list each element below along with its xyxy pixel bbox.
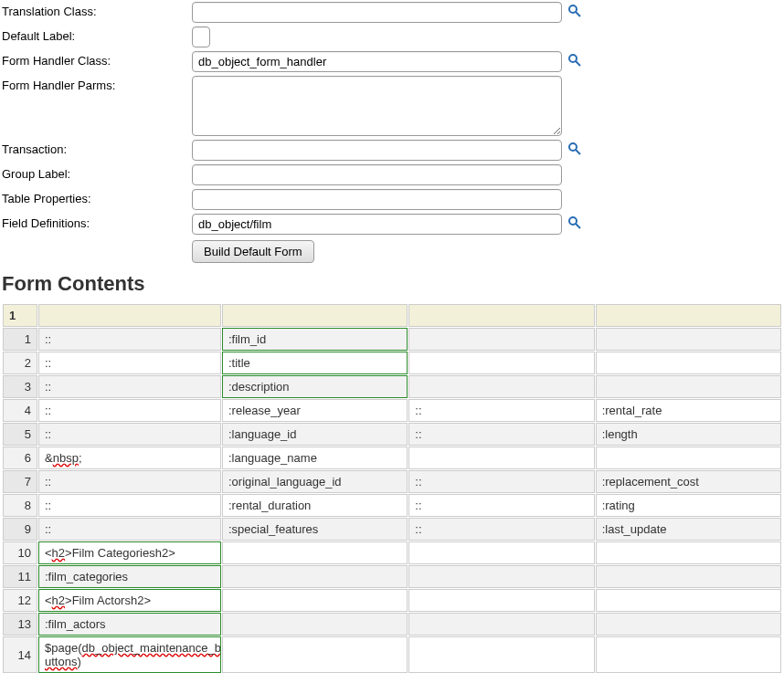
grid-cell[interactable]: :: (38, 518, 221, 541)
svg-point-0 (569, 5, 577, 13)
grid-cell[interactable]: :release_year (222, 399, 408, 422)
svg-point-4 (569, 143, 577, 151)
row-number[interactable]: 14 (3, 636, 37, 673)
grid-header-cell[interactable]: 1 (3, 304, 37, 327)
grid-cell[interactable]: :: (38, 470, 221, 493)
grid-header-cell[interactable] (222, 304, 408, 327)
grid-cell[interactable] (408, 636, 594, 673)
grid-cell[interactable]: &nbsp; (38, 447, 221, 469)
grid-cell[interactable] (408, 328, 594, 351)
grid-cell[interactable]: :last_update (596, 518, 781, 541)
form-contents-grid: 1 1:::film_id2:::title3:::description4::… (2, 303, 782, 674)
grid-cell[interactable] (596, 447, 781, 469)
row-number[interactable]: 11 (3, 565, 37, 588)
grid-cell[interactable] (596, 613, 781, 636)
grid-cell[interactable]: :replacement_cost (596, 470, 781, 493)
input-form-handler-class[interactable] (192, 51, 562, 72)
grid-cell[interactable] (596, 541, 781, 564)
grid-cell[interactable]: :: (408, 423, 594, 446)
grid-cell[interactable]: <h2>Film Categoriesh2> (38, 541, 221, 564)
grid-cell[interactable]: :special_features (222, 518, 408, 541)
grid-header-cell[interactable] (38, 304, 221, 327)
grid-cell[interactable] (596, 589, 781, 612)
table-row: 6&nbsp;:language_name (3, 447, 781, 469)
grid-cell[interactable] (222, 541, 408, 564)
input-transaction[interactable] (192, 140, 562, 161)
input-translation-class[interactable] (192, 2, 562, 23)
grid-cell[interactable] (408, 352, 594, 374)
grid-cell[interactable]: :: (38, 375, 221, 398)
row-default-label: Default Label: (2, 26, 782, 47)
table-row: 3:::description (3, 375, 781, 398)
row-number[interactable]: 6 (3, 447, 37, 469)
grid-cell[interactable]: $page(db_object_maintenance_buttons) (38, 636, 221, 673)
grid-cell[interactable] (408, 375, 594, 398)
lookup-icon[interactable] (567, 142, 582, 156)
row-number[interactable]: 5 (3, 423, 37, 446)
grid-cell[interactable]: :: (38, 494, 221, 517)
grid-cell[interactable]: :: (38, 399, 221, 422)
grid-cell[interactable] (596, 636, 781, 673)
row-number[interactable]: 12 (3, 589, 37, 612)
grid-cell[interactable] (408, 447, 594, 469)
grid-cell[interactable] (408, 613, 594, 636)
grid-cell[interactable] (408, 565, 594, 588)
table-row: 4:::release_year:::rental_rate (3, 399, 781, 422)
grid-cell[interactable]: :title (222, 352, 408, 374)
grid-cell[interactable] (408, 541, 594, 564)
grid-cell[interactable]: :: (408, 494, 594, 517)
row-number[interactable]: 7 (3, 470, 37, 493)
grid-cell[interactable]: :: (38, 328, 221, 351)
grid-cell[interactable]: :: (408, 399, 594, 422)
grid-cell[interactable]: :rental_duration (222, 494, 408, 517)
row-number[interactable]: 10 (3, 541, 37, 564)
row-number[interactable]: 1 (3, 328, 37, 351)
row-number[interactable]: 13 (3, 613, 37, 636)
grid-cell[interactable] (596, 375, 781, 398)
label-form-handler-class: Form Handler Class: (2, 51, 192, 68)
row-number[interactable]: 3 (3, 375, 37, 398)
grid-cell[interactable] (222, 613, 408, 636)
build-default-form-button[interactable]: Build Default Form (192, 240, 314, 263)
grid-cell[interactable]: <h2>Film Actorsh2> (38, 589, 221, 612)
grid-cell[interactable]: :film_actors (38, 613, 221, 636)
grid-cell[interactable]: :language_id (222, 423, 408, 446)
grid-cell[interactable]: :film_id (222, 328, 408, 351)
label-form-handler-parms: Form Handler Parms: (2, 76, 192, 92)
input-group-label[interactable] (192, 164, 562, 185)
grid-cell[interactable] (596, 328, 781, 351)
row-number[interactable]: 8 (3, 494, 37, 517)
label-default-label: Default Label: (2, 26, 192, 43)
grid-cell[interactable] (222, 565, 408, 588)
table-row: 8:::rental_duration:::rating (3, 494, 781, 517)
input-table-properties[interactable] (192, 189, 562, 210)
grid-cell[interactable]: :film_categories (38, 565, 221, 588)
lookup-icon[interactable] (567, 215, 582, 230)
table-row: 2:::title (3, 352, 781, 374)
textarea-form-handler-parms[interactable] (192, 76, 562, 136)
grid-cell[interactable]: :: (408, 518, 594, 541)
grid-cell[interactable] (222, 636, 408, 673)
grid-cell[interactable] (596, 565, 781, 588)
grid-cell[interactable] (596, 352, 781, 374)
grid-cell[interactable]: :description (222, 375, 408, 398)
grid-cell[interactable]: :length (596, 423, 781, 446)
grid-cell[interactable]: :rating (596, 494, 781, 517)
grid-cell[interactable] (408, 589, 594, 612)
row-number[interactable]: 2 (3, 352, 37, 374)
input-field-definitions[interactable] (192, 214, 562, 235)
lookup-icon[interactable] (567, 4, 582, 18)
input-default-label[interactable] (192, 26, 210, 47)
grid-cell[interactable]: :: (38, 352, 221, 374)
row-number[interactable]: 4 (3, 399, 37, 422)
grid-cell[interactable]: :rental_rate (596, 399, 781, 422)
row-number[interactable]: 9 (3, 518, 37, 541)
grid-cell[interactable]: :original_language_id (222, 470, 408, 493)
grid-header-cell[interactable] (408, 304, 594, 327)
grid-cell[interactable]: :language_name (222, 447, 408, 469)
grid-cell[interactable]: :: (38, 423, 221, 446)
grid-cell[interactable] (222, 589, 408, 612)
grid-header-cell[interactable] (596, 304, 781, 327)
lookup-icon[interactable] (567, 53, 582, 68)
grid-cell[interactable]: :: (408, 470, 594, 493)
